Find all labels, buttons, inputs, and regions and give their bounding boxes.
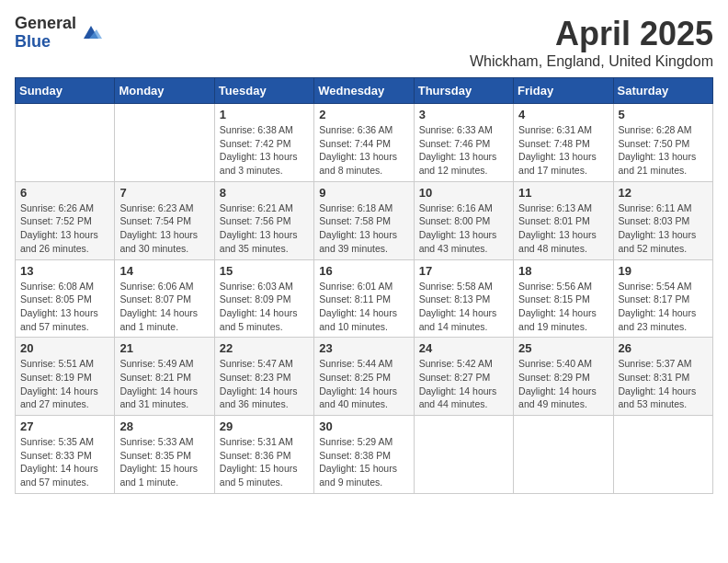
week-row-2: 6Sunrise: 6:26 AM Sunset: 7:52 PM Daylig… <box>16 181 713 259</box>
day-info: Sunrise: 5:47 AM Sunset: 8:23 PM Dayligh… <box>220 357 309 411</box>
day-number: 4 <box>518 108 608 121</box>
calendar-cell <box>16 104 115 182</box>
weekday-header-friday: Friday <box>514 78 613 104</box>
day-number: 8 <box>220 186 309 200</box>
month-title: April 2025 <box>470 15 713 53</box>
calendar-header: SundayMondayTuesdayWednesdayThursdayFrid… <box>16 78 713 104</box>
calendar-cell: 7Sunrise: 6:23 AM Sunset: 7:54 PM Daylig… <box>115 181 214 259</box>
day-number: 29 <box>220 419 309 433</box>
day-number: 25 <box>518 341 608 355</box>
day-number: 19 <box>619 264 708 278</box>
calendar-cell: 9Sunrise: 6:18 AM Sunset: 7:58 PM Daylig… <box>314 181 414 259</box>
day-info: Sunrise: 6:21 AM Sunset: 7:56 PM Dayligh… <box>220 201 309 256</box>
weekday-header-monday: Monday <box>115 78 214 104</box>
weekday-header-saturday: Saturday <box>613 78 712 104</box>
day-info: Sunrise: 5:40 AM Sunset: 8:29 PM Dayligh… <box>518 357 608 411</box>
calendar-cell: 25Sunrise: 5:40 AM Sunset: 8:29 PM Dayli… <box>514 338 613 416</box>
day-number: 5 <box>619 108 708 121</box>
day-info: Sunrise: 6:03 AM Sunset: 8:09 PM Dayligh… <box>220 280 309 334</box>
calendar-cell <box>514 416 613 494</box>
day-number: 6 <box>20 186 109 200</box>
day-number: 9 <box>319 186 408 200</box>
page-header: General Blue April 2025 Whickham, Englan… <box>15 15 713 70</box>
day-number: 3 <box>419 108 508 121</box>
day-number: 30 <box>319 419 408 433</box>
day-number: 21 <box>119 341 209 355</box>
day-number: 12 <box>619 186 708 200</box>
day-number: 7 <box>119 186 209 200</box>
day-info: Sunrise: 6:08 AM Sunset: 8:05 PM Dayligh… <box>20 280 109 334</box>
day-info: Sunrise: 5:31 AM Sunset: 8:36 PM Dayligh… <box>220 435 309 489</box>
day-number: 28 <box>119 419 209 433</box>
calendar-cell: 6Sunrise: 6:26 AM Sunset: 7:52 PM Daylig… <box>16 181 115 259</box>
day-info: Sunrise: 5:42 AM Sunset: 8:27 PM Dayligh… <box>419 357 508 411</box>
day-number: 1 <box>220 108 309 121</box>
title-block: April 2025 Whickham, England, United Kin… <box>470 15 713 70</box>
logo: General Blue <box>15 15 102 52</box>
day-info: Sunrise: 6:23 AM Sunset: 7:54 PM Dayligh… <box>119 201 209 256</box>
calendar-cell <box>414 416 513 494</box>
day-info: Sunrise: 5:58 AM Sunset: 8:13 PM Dayligh… <box>419 280 508 334</box>
day-info: Sunrise: 6:28 AM Sunset: 7:50 PM Dayligh… <box>619 123 708 178</box>
day-number: 14 <box>119 264 209 278</box>
day-info: Sunrise: 6:36 AM Sunset: 7:44 PM Dayligh… <box>319 123 408 178</box>
day-info: Sunrise: 5:33 AM Sunset: 8:35 PM Dayligh… <box>119 435 209 489</box>
calendar-cell: 19Sunrise: 5:54 AM Sunset: 8:17 PM Dayli… <box>613 259 712 338</box>
day-info: Sunrise: 6:16 AM Sunset: 8:00 PM Dayligh… <box>419 201 508 256</box>
calendar-cell: 30Sunrise: 5:29 AM Sunset: 8:38 PM Dayli… <box>314 416 414 494</box>
day-number: 11 <box>518 186 608 200</box>
calendar-cell: 2Sunrise: 6:36 AM Sunset: 7:44 PM Daylig… <box>314 104 414 182</box>
calendar-cell: 22Sunrise: 5:47 AM Sunset: 8:23 PM Dayli… <box>214 338 313 416</box>
calendar-cell: 16Sunrise: 6:01 AM Sunset: 8:11 PM Dayli… <box>314 259 414 338</box>
calendar-cell: 10Sunrise: 6:16 AM Sunset: 8:00 PM Dayli… <box>414 181 513 259</box>
weekday-row: SundayMondayTuesdayWednesdayThursdayFrid… <box>16 78 713 104</box>
day-info: Sunrise: 5:56 AM Sunset: 8:15 PM Dayligh… <box>518 280 608 334</box>
day-info: Sunrise: 6:33 AM Sunset: 7:46 PM Dayligh… <box>419 123 508 178</box>
day-number: 24 <box>419 341 508 355</box>
day-number: 16 <box>319 264 408 278</box>
calendar-cell: 21Sunrise: 5:49 AM Sunset: 8:21 PM Dayli… <box>115 338 214 416</box>
day-number: 17 <box>419 264 508 278</box>
day-info: Sunrise: 5:54 AM Sunset: 8:17 PM Dayligh… <box>619 280 708 334</box>
day-info: Sunrise: 6:31 AM Sunset: 7:48 PM Dayligh… <box>518 123 608 178</box>
calendar-cell: 11Sunrise: 6:13 AM Sunset: 8:01 PM Dayli… <box>514 181 613 259</box>
calendar-cell: 12Sunrise: 6:11 AM Sunset: 8:03 PM Dayli… <box>613 181 712 259</box>
calendar-cell <box>115 104 214 182</box>
calendar-cell: 5Sunrise: 6:28 AM Sunset: 7:50 PM Daylig… <box>613 104 712 182</box>
weekday-header-tuesday: Tuesday <box>214 78 313 104</box>
day-info: Sunrise: 5:51 AM Sunset: 8:19 PM Dayligh… <box>20 357 109 411</box>
calendar-cell: 28Sunrise: 5:33 AM Sunset: 8:35 PM Dayli… <box>115 416 214 494</box>
day-info: Sunrise: 6:13 AM Sunset: 8:01 PM Dayligh… <box>518 201 608 256</box>
calendar-cell: 14Sunrise: 6:06 AM Sunset: 8:07 PM Dayli… <box>115 259 214 338</box>
logo-blue: Blue <box>15 33 76 52</box>
calendar-cell: 13Sunrise: 6:08 AM Sunset: 8:05 PM Dayli… <box>16 259 115 338</box>
day-info: Sunrise: 6:38 AM Sunset: 7:42 PM Dayligh… <box>220 123 309 178</box>
day-info: Sunrise: 6:26 AM Sunset: 7:52 PM Dayligh… <box>20 201 109 256</box>
calendar-cell: 15Sunrise: 6:03 AM Sunset: 8:09 PM Dayli… <box>214 259 313 338</box>
day-number: 15 <box>220 264 309 278</box>
calendar-cell: 24Sunrise: 5:42 AM Sunset: 8:27 PM Dayli… <box>414 338 513 416</box>
location: Whickham, England, United Kingdom <box>470 53 713 70</box>
calendar-cell: 17Sunrise: 5:58 AM Sunset: 8:13 PM Dayli… <box>414 259 513 338</box>
day-info: Sunrise: 6:11 AM Sunset: 8:03 PM Dayligh… <box>619 201 708 256</box>
day-info: Sunrise: 6:01 AM Sunset: 8:11 PM Dayligh… <box>319 280 408 334</box>
calendar-cell: 20Sunrise: 5:51 AM Sunset: 8:19 PM Dayli… <box>16 338 115 416</box>
day-number: 26 <box>619 341 708 355</box>
day-info: Sunrise: 5:44 AM Sunset: 8:25 PM Dayligh… <box>319 357 408 411</box>
day-number: 2 <box>319 108 408 121</box>
calendar-cell <box>613 416 712 494</box>
calendar-cell: 8Sunrise: 6:21 AM Sunset: 7:56 PM Daylig… <box>214 181 313 259</box>
week-row-5: 27Sunrise: 5:35 AM Sunset: 8:33 PM Dayli… <box>16 416 713 494</box>
calendar-cell: 3Sunrise: 6:33 AM Sunset: 7:46 PM Daylig… <box>414 104 513 182</box>
day-number: 18 <box>518 264 608 278</box>
day-info: Sunrise: 5:37 AM Sunset: 8:31 PM Dayligh… <box>619 357 708 411</box>
day-info: Sunrise: 5:35 AM Sunset: 8:33 PM Dayligh… <box>20 435 109 489</box>
week-row-3: 13Sunrise: 6:08 AM Sunset: 8:05 PM Dayli… <box>16 259 713 338</box>
weekday-header-sunday: Sunday <box>16 78 115 104</box>
day-number: 20 <box>20 341 109 355</box>
calendar-body: 1Sunrise: 6:38 AM Sunset: 7:42 PM Daylig… <box>16 104 713 494</box>
day-info: Sunrise: 5:49 AM Sunset: 8:21 PM Dayligh… <box>119 357 209 411</box>
logo-general: General <box>15 15 76 33</box>
weekday-header-wednesday: Wednesday <box>314 78 414 104</box>
day-number: 13 <box>20 264 109 278</box>
